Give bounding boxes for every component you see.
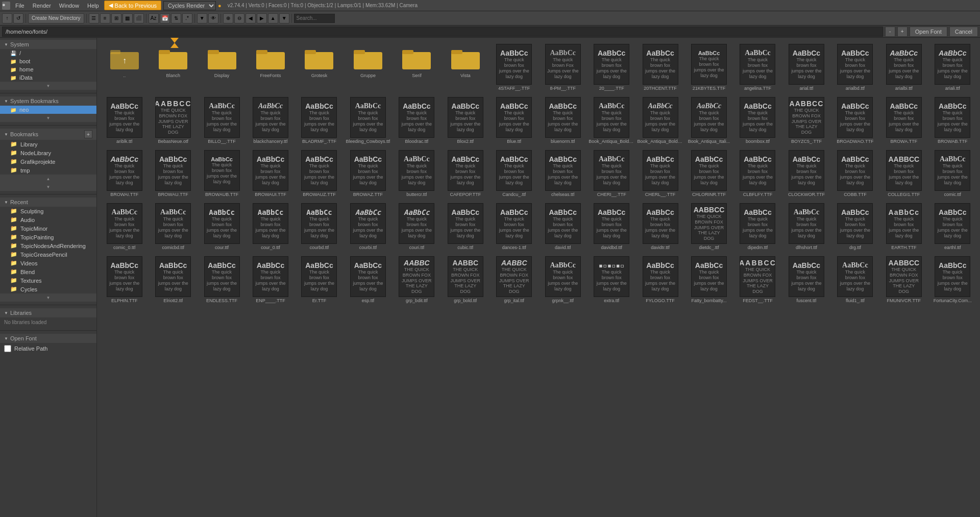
file-item-grpbdit[interactable]: AABBC THE QUICK BROWN FOX JUMPS OVER THE… bbox=[394, 254, 440, 305]
sidebar-item-boot[interactable]: 📁 boot bbox=[0, 57, 96, 65]
menu-window[interactable]: Window bbox=[56, 3, 82, 9]
open-font-header[interactable]: Open Font bbox=[0, 334, 96, 343]
file-item-bluenorm[interactable]: AaBbCc The quick brown fox jumps over th… bbox=[540, 95, 586, 146]
sort-ext-button[interactable]: .* bbox=[182, 13, 192, 23]
file-item-display[interactable]: Display bbox=[199, 42, 245, 93]
parent-dir-button[interactable]: ↑ bbox=[2, 13, 12, 23]
file-item-blue[interactable]: AaBbCc The quick brown fox jumps over th… bbox=[491, 95, 537, 146]
file-item-dlhshort[interactable]: AaBbCc The quick brown fox jumps over th… bbox=[783, 201, 829, 252]
file-item-comic0[interactable]: AaBbCc The quick brown fox jumps over th… bbox=[101, 201, 148, 252]
file-item-dipedm[interactable]: AaBbCc The quick brown fox jumps over th… bbox=[734, 201, 781, 252]
filter-button[interactable]: ▼ bbox=[197, 13, 207, 23]
file-item-20[interactable]: AaBbCc The quick brown fox jumps over th… bbox=[588, 42, 634, 93]
file-item-gruppe[interactable]: Gruppe bbox=[345, 42, 391, 93]
file-item-chlorinr[interactable]: AaBbCc The quick brown fox jumps over th… bbox=[685, 148, 732, 199]
create-dir-button[interactable]: Create New Directory bbox=[28, 13, 84, 23]
sidebar-item-grafikprojekte[interactable]: 📁 Grafikprojekte bbox=[0, 157, 96, 166]
file-item-bladrmf[interactable]: AaBbCc The quick brown fox jumps over th… bbox=[296, 95, 342, 146]
file-item-enp[interactable]: AaBbCc The quick brown fox jumps over th… bbox=[247, 254, 293, 305]
file-item-dances[interactable]: AaBbCc The quick brown fox jumps over th… bbox=[491, 201, 537, 252]
file-item-browai[interactable]: AaBbCc The quick brown fox jumps over th… bbox=[101, 148, 148, 199]
open-font-button[interactable]: Open Font bbox=[910, 27, 947, 37]
file-item-comicbd[interactable]: AaBbCc The quick brown fox jumps over th… bbox=[150, 201, 196, 252]
sort-name-button[interactable]: Az bbox=[149, 13, 159, 23]
file-item-ariali[interactable]: AaBbCc The quick brown fox jumps over th… bbox=[929, 42, 976, 93]
file-item-fortunacity[interactable]: AaBbCc The quick brown fox jumps over th… bbox=[929, 254, 976, 305]
file-item-browaz[interactable]: AaBbCc The quick brown fox jumps over th… bbox=[345, 148, 391, 199]
file-item-comic[interactable]: AaBbCc The quick brown fox jumps over th… bbox=[929, 148, 976, 199]
bookmarks-header[interactable]: Bookmarks + bbox=[0, 129, 96, 140]
file-item-davidtr[interactable]: AaBbCc The quick brown fox jumps over th… bbox=[637, 201, 683, 252]
file-item-earth[interactable]: AaBbCc The quick brown fox jumps over th… bbox=[880, 201, 927, 252]
file-item-courbd[interactable]: AaBbCc The quick brown fox jumps over th… bbox=[296, 201, 342, 252]
menu-render[interactable]: Render bbox=[30, 3, 54, 9]
bookmark-add-button[interactable]: ⊕ bbox=[223, 13, 233, 23]
file-item-fmunivcr[interactable]: AABBCC THE QUICK BROWN FOX JUMPS OVER TH… bbox=[880, 254, 927, 305]
file-item-cheri[interactable]: AaBbCc The quick brown fox jumps over th… bbox=[588, 148, 634, 199]
file-item-bebas[interactable]: AABBCC THE QUICK BROWN FOX JUMPS OVER TH… bbox=[150, 95, 196, 146]
file-item-fluid1[interactable]: AaBbCc The quick brown fox jumps over th… bbox=[832, 254, 878, 305]
file-item-21kbytes[interactable]: AaBbCc The quick brown fox jumps over th… bbox=[685, 42, 732, 93]
refresh-button[interactable]: ↺ bbox=[13, 13, 23, 23]
view-list-button[interactable]: ☰ bbox=[89, 13, 99, 23]
file-item-cour0[interactable]: AaBbCc The quick brown fox jumps over th… bbox=[247, 201, 293, 252]
file-item-grpnk[interactable]: AaBbCc The quick brown fox jumps over th… bbox=[540, 254, 586, 305]
sidebar-item-topicpainting[interactable]: 📁 TopicPainting bbox=[0, 233, 96, 241]
sidebar-item-textures[interactable]: 📁 Textures bbox=[0, 276, 96, 285]
file-item-clbflfy[interactable]: AaBbCc The quick brown fox jumps over th… bbox=[734, 148, 781, 199]
file-item-cour[interactable]: AaBbCc The quick brown fox jumps over th… bbox=[199, 201, 245, 252]
render-engine-select[interactable]: Cycles Render bbox=[163, 1, 216, 10]
nav-back-button[interactable]: ◀ bbox=[246, 13, 256, 23]
file-item-esp[interactable]: AaBbCc The quick brown fox jumps over th… bbox=[345, 254, 391, 305]
file-item-bleeding[interactable]: AaBbCc The quick brown fox jumps over th… bbox=[345, 95, 391, 146]
bookmarks-add-button[interactable]: + bbox=[84, 130, 92, 138]
file-item-bloodrac[interactable]: AaBbCc The quick brown fox jumps over th… bbox=[394, 95, 440, 146]
sidebar-item-audio[interactable]: 📁 Audio bbox=[0, 215, 96, 224]
file-item-david[interactable]: AaBbCc The quick brown fox jumps over th… bbox=[540, 201, 586, 252]
file-item-fedst[interactable]: AABBCC THE QUICK BROWN FOX JUMPS OVER TH… bbox=[734, 254, 781, 305]
relative-path-checkbox[interactable] bbox=[4, 345, 11, 352]
file-item-fylogo[interactable]: AaBbCc The quick brown fox jumps over th… bbox=[637, 254, 683, 305]
sidebar-item-nodelibrary[interactable]: 📁 NodeLibrary bbox=[0, 149, 96, 157]
file-item-freefonts[interactable]: FreeFonts bbox=[247, 42, 293, 93]
view-grid-small-button[interactable]: ⊞ bbox=[111, 13, 121, 23]
file-item-elphin[interactable]: AaBbCc The quick brown fox jumps over th… bbox=[101, 254, 148, 305]
file-item-blox2[interactable]: AaBbCc The quick brown fox jumps over th… bbox=[442, 95, 488, 146]
file-item-bookantiquaital[interactable]: AaBbCc The quick brown fox jumps over th… bbox=[685, 95, 732, 146]
file-item-billo[interactable]: AaBbCc The quick brown fox jumps over th… bbox=[199, 95, 245, 146]
file-item-browaui[interactable]: AaBbCc The quick brown fox jumps over th… bbox=[247, 148, 293, 199]
file-item-bookantiquabold1[interactable]: AaBbCc The quick brown fox jumps over th… bbox=[588, 95, 634, 146]
sidebar-item-cycles[interactable]: 📁 Cycles bbox=[0, 285, 96, 293]
file-item-buttercr[interactable]: AaBbCc The quick brown fox jumps over th… bbox=[394, 148, 440, 199]
file-item-browab[interactable]: AaBbCc The quick brown fox jumps over th… bbox=[929, 95, 976, 146]
file-item-courbi[interactable]: AaBbCc The quick brown fox jumps over th… bbox=[345, 201, 391, 252]
sidebar-item-idata[interactable]: 📁 iData bbox=[0, 73, 96, 82]
file-item-cherl[interactable]: AaBbCc The quick brown fox jumps over th… bbox=[637, 148, 683, 199]
file-item-extra[interactable]: ▪▫▪▫▪▫ The quick brown fox jumps over th… bbox=[588, 254, 634, 305]
file-item-grotesk[interactable]: Grotesk bbox=[296, 42, 342, 93]
file-item-drg[interactable]: AaBbCc The quick brown fox jumps over th… bbox=[832, 201, 878, 252]
file-item-angelina[interactable]: AaBbCc The quick brown fox jumps over th… bbox=[734, 42, 781, 93]
hidden-toggle[interactable]: 👁 bbox=[208, 13, 218, 23]
file-item-browau[interactable]: AaBbCc The quick brown fox jumps over th… bbox=[150, 148, 196, 199]
view-grid-button[interactable]: ▦ bbox=[122, 13, 133, 23]
sidebar-item-tmp[interactable]: 📁 tmp bbox=[0, 166, 96, 175]
view-grid-large-button[interactable]: ⬛ bbox=[134, 13, 144, 23]
sidebar-item-root[interactable]: 💾 / bbox=[0, 49, 96, 57]
menu-file[interactable]: File bbox=[12, 3, 28, 9]
file-item-cubic[interactable]: AaBbCc The quick brown fox jumps over th… bbox=[442, 201, 488, 252]
file-item-candcu[interactable]: AaBbCc The quick brown fox jumps over th… bbox=[491, 148, 537, 199]
sidebar-item-library[interactable]: 📁 Library bbox=[0, 140, 96, 149]
file-item-browauz[interactable]: AaBbCc The quick brown fox jumps over th… bbox=[296, 148, 342, 199]
file-item-arialbi[interactable]: AaBbCc The quick brown fox jumps over th… bbox=[880, 42, 927, 93]
bookmark-remove-button[interactable]: ⊖ bbox=[234, 13, 244, 23]
sidebar-item-topicgrease[interactable]: 📁 TopicGreasePencil bbox=[0, 250, 96, 259]
file-item-up[interactable]: ↑ .. bbox=[101, 42, 148, 93]
back-button[interactable]: ◀ Back to Previous bbox=[104, 1, 162, 10]
file-item-browaub[interactable]: AaBbCc The quick brown fox jumps over th… bbox=[199, 148, 245, 199]
cancel-button[interactable]: Cancel bbox=[949, 27, 978, 37]
file-item-blanch[interactable]: Blanch bbox=[150, 42, 196, 93]
sidebar-item-topicminor[interactable]: 📁 TopicMinor bbox=[0, 224, 96, 233]
file-item-dietdc[interactable]: AABBCC THE QUICK BROWN FOX JUMPS OVER TH… bbox=[685, 201, 732, 252]
file-item-endless[interactable]: AaBbCc The quick brown fox jumps over th… bbox=[199, 254, 245, 305]
